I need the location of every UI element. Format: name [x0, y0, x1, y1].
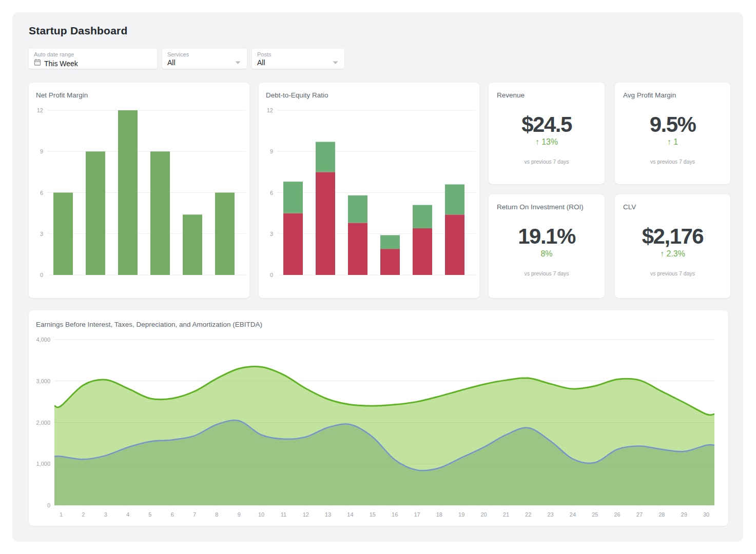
net-profit-margin-card: 036912 Net Profit Margin [29, 83, 249, 298]
svg-text:24: 24 [570, 511, 576, 518]
net-profit-margin-chart: 036912 [29, 83, 249, 298]
svg-text:14: 14 [347, 511, 353, 518]
svg-text:0: 0 [47, 502, 50, 508]
chevron-down-icon [333, 57, 338, 67]
svg-text:17: 17 [414, 511, 420, 518]
svg-text:12: 12 [37, 107, 43, 113]
svg-text:10: 10 [258, 511, 264, 518]
svg-text:23: 23 [547, 511, 553, 518]
svg-text:19: 19 [458, 511, 464, 518]
filter-bar: Auto date range This Week Services All [29, 49, 344, 69]
chevron-down-icon [235, 57, 241, 67]
kpi-title: Revenue [497, 91, 525, 99]
posts-label: Posts [257, 51, 339, 58]
svg-text:13: 13 [325, 511, 331, 518]
posts-filter[interactable]: Posts All [252, 49, 344, 69]
kpi-delta: ↑ 13% [489, 137, 605, 147]
kpi-delta: 8% [489, 249, 605, 259]
kpi-note: vs previous 7 days [615, 159, 730, 165]
svg-text:9: 9 [270, 148, 273, 154]
date-range-label: Auto date range [34, 51, 152, 58]
svg-text:9: 9 [40, 148, 43, 154]
kpi-card-revenue: Revenue $24.5 ↑ 13% vs previous 7 days [489, 83, 605, 184]
page-title: Startup Dashboard [29, 25, 127, 37]
svg-text:26: 26 [614, 511, 620, 518]
kpi-value: 19.1% [489, 194, 605, 248]
svg-text:21: 21 [503, 511, 509, 518]
date-range-value: This Week [44, 60, 78, 68]
svg-text:12: 12 [303, 511, 309, 518]
svg-text:22: 22 [525, 511, 531, 518]
svg-text:4: 4 [126, 511, 129, 518]
svg-text:11: 11 [281, 511, 286, 518]
svg-text:0: 0 [40, 272, 43, 278]
kpi-title: Return On Investment (ROI) [497, 203, 584, 211]
svg-text:6: 6 [270, 190, 273, 196]
kpi-card-clv: CLV $2,176 ↑ 2.3% vs previous 7 days [615, 194, 730, 298]
kpi-card-roi: Return On Investment (ROI) 19.1% 8% vs p… [489, 194, 605, 298]
kpi-note: vs previous 7 days [489, 159, 605, 165]
svg-text:6: 6 [171, 511, 174, 518]
svg-text:1,000: 1,000 [36, 461, 50, 467]
services-filter[interactable]: Services All [162, 49, 247, 69]
kpi-note: vs previous 7 days [615, 270, 730, 276]
svg-text:5: 5 [148, 511, 151, 518]
svg-text:30: 30 [703, 511, 709, 518]
svg-text:20: 20 [480, 511, 487, 518]
svg-text:1: 1 [60, 511, 63, 518]
ebitda-chart: 01,0002,0003,0004,0001234567891011121314… [29, 310, 728, 526]
svg-text:3: 3 [40, 231, 43, 237]
dashboard-panel: Startup Dashboard Auto date range This W… [12, 12, 743, 542]
debt-to-equity-chart: 036912 [259, 83, 479, 298]
date-range-filter[interactable]: Auto date range This Week [29, 49, 157, 69]
svg-text:28: 28 [658, 511, 665, 518]
svg-text:29: 29 [681, 511, 687, 518]
svg-text:25: 25 [592, 511, 598, 518]
kpi-value: $24.5 [489, 83, 605, 136]
svg-text:7: 7 [193, 511, 196, 518]
svg-text:15: 15 [370, 511, 376, 518]
services-value: All [167, 58, 176, 67]
svg-text:9: 9 [238, 511, 241, 518]
kpi-card-avg-profit-margin: Avg Profit Margin 9.5% ↑ 1 vs previous 7… [615, 83, 730, 184]
kpi-value: 9.5% [615, 83, 730, 136]
svg-text:3: 3 [104, 511, 107, 518]
calendar-icon [34, 58, 41, 68]
svg-text:12: 12 [267, 107, 273, 113]
kpi-value: $2,176 [615, 194, 730, 248]
svg-text:2,000: 2,000 [36, 420, 50, 426]
svg-text:0: 0 [270, 272, 273, 278]
chart-title: Net Profit Margin [36, 91, 88, 99]
svg-text:18: 18 [436, 511, 442, 518]
svg-text:6: 6 [40, 190, 43, 196]
svg-text:8: 8 [215, 511, 218, 518]
kpi-title: Avg Profit Margin [623, 91, 676, 99]
kpi-note: vs previous 7 days [489, 270, 605, 276]
chart-title: Debt-to-Equity Ratio [266, 91, 328, 99]
svg-text:2: 2 [82, 511, 85, 518]
chart-title: Earnings Before Interest, Taxes, Depreci… [36, 321, 262, 328]
svg-text:16: 16 [392, 511, 398, 518]
kpi-delta: ↑ 2.3% [615, 249, 730, 259]
kpi-delta: ↑ 1 [615, 137, 730, 147]
ebitda-card: 01,0002,0003,0004,0001234567891011121314… [29, 310, 728, 526]
debt-to-equity-card: 036912 Debt-to-Equity Ratio [259, 83, 479, 298]
svg-text:4,000: 4,000 [36, 337, 50, 343]
svg-text:3: 3 [270, 231, 273, 237]
kpi-grid: Revenue $24.5 ↑ 13% vs previous 7 days A… [489, 83, 730, 298]
svg-text:3,000: 3,000 [36, 378, 50, 384]
services-label: Services [167, 51, 242, 58]
svg-text:27: 27 [636, 511, 643, 518]
posts-value: All [257, 58, 265, 67]
kpi-title: CLV [623, 203, 636, 211]
